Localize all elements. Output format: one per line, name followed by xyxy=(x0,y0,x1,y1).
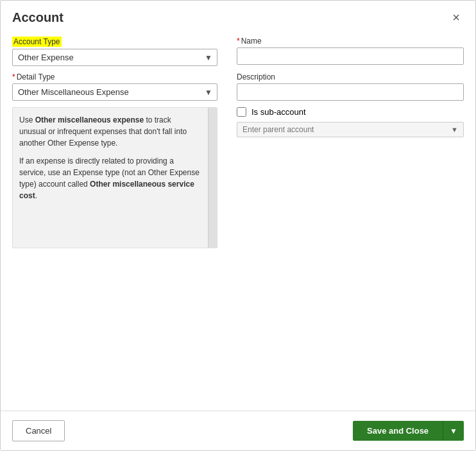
save-close-group: Save and Close ▼ xyxy=(353,421,464,441)
dialog-title: Account xyxy=(12,10,64,25)
description-text-box: Use Other miscellaneous expense to track… xyxy=(12,107,217,248)
dialog-footer: Cancel Save and Close ▼ xyxy=(1,411,475,450)
account-type-select[interactable]: Other Expense Income Expense Other Incom… xyxy=(12,49,217,66)
col-subaccount: Is sub-account ▼ xyxy=(237,107,464,137)
close-button[interactable]: × xyxy=(448,10,464,25)
cancel-button[interactable]: Cancel xyxy=(12,420,65,441)
description-para-1: Use Other miscellaneous expense to track… xyxy=(19,114,210,149)
row-desc-subaccount: Use Other miscellaneous expense to track… xyxy=(12,107,464,248)
name-label: *Name xyxy=(237,37,464,46)
row-detail-type-description: *Detail Type Other Miscellaneous Expense… xyxy=(12,72,464,101)
save-close-dropdown-button[interactable]: ▼ xyxy=(443,421,464,441)
col-description: Description xyxy=(237,72,464,101)
parent-account-input[interactable] xyxy=(242,125,451,134)
account-dialog: Account × Account Type Other Expense Inc… xyxy=(0,0,476,451)
description-para-2: If an expense is directly related to pro… xyxy=(19,155,210,201)
col-detail-type: *Detail Type Other Miscellaneous Expense… xyxy=(12,72,217,101)
save-close-button[interactable]: Save and Close xyxy=(353,421,443,441)
detail-type-label: *Detail Type xyxy=(12,72,217,81)
row-account-type-name: Account Type Other Expense Income Expens… xyxy=(12,37,464,66)
scrollbar xyxy=(208,108,217,248)
detail-type-select-wrapper: Other Miscellaneous Expense ▼ xyxy=(12,83,217,101)
dialog-header: Account × xyxy=(1,1,475,30)
is-sub-account-label: Is sub-account xyxy=(251,107,306,117)
col-description-box: Use Other miscellaneous expense to track… xyxy=(12,107,217,248)
parent-account-wrapper: ▼ xyxy=(237,122,464,137)
description-label: Description xyxy=(237,72,464,81)
account-type-label: Account Type xyxy=(12,37,62,47)
parent-account-dropdown-icon[interactable]: ▼ xyxy=(451,126,458,133)
description-input[interactable] xyxy=(237,83,464,101)
is-sub-account-row: Is sub-account xyxy=(237,107,464,117)
dialog-body: Account Type Other Expense Income Expens… xyxy=(1,30,475,411)
col-account-type: Account Type Other Expense Income Expens… xyxy=(12,37,217,66)
is-sub-account-checkbox[interactable] xyxy=(237,107,246,117)
account-type-select-wrapper: Other Expense Income Expense Other Incom… xyxy=(12,49,217,66)
name-input[interactable] xyxy=(237,47,464,65)
col-name: *Name xyxy=(237,37,464,66)
detail-type-select[interactable]: Other Miscellaneous Expense xyxy=(12,83,217,101)
